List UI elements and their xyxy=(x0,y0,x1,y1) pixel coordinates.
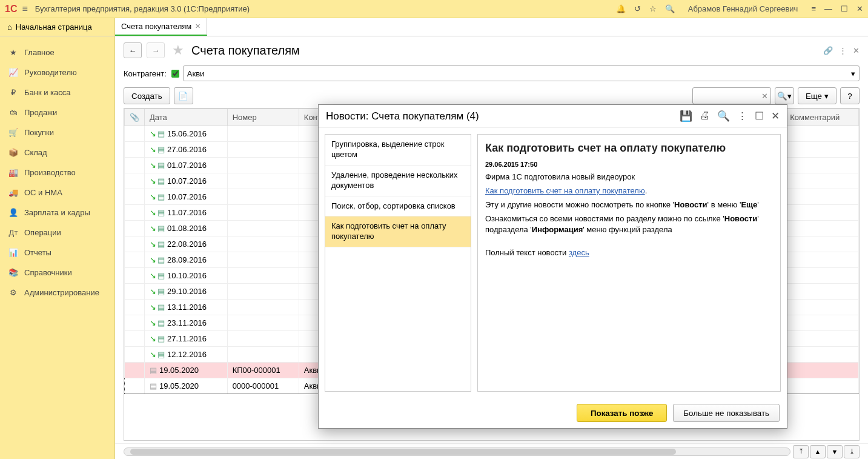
modal-maximize-icon[interactable]: ☐ xyxy=(755,110,764,122)
filter-combo[interactable]: Акви ▾ xyxy=(183,65,860,81)
sidebar-item[interactable]: 👤Зарплата и кадры xyxy=(0,203,114,223)
sidebar-label: Операции xyxy=(24,228,61,237)
sidebar-label: Справочники xyxy=(24,268,72,277)
history-icon[interactable]: ↺ xyxy=(634,4,641,13)
news-link2[interactable]: здесь xyxy=(569,248,589,257)
sidebar-item[interactable]: ⚙Администрирование xyxy=(0,283,114,303)
filter-row: Контрагент: Акви ▾ xyxy=(115,63,868,84)
news-heading: Как подготовить счет на оплату покупател… xyxy=(485,142,773,155)
tab-close-icon[interactable]: ✕ xyxy=(195,22,200,30)
maximize-icon[interactable]: ☐ xyxy=(841,4,848,13)
sidebar-icon: 📚 xyxy=(8,268,18,277)
star-icon[interactable]: ☆ xyxy=(649,4,657,13)
sidebar-icon: 🚚 xyxy=(8,188,18,197)
news-p2: Эту и другие новости можно посмотреть по… xyxy=(485,199,773,211)
sidebar-item[interactable]: 📈Руководителю xyxy=(0,62,114,82)
page-header: ← → ★ Счета покупателям 🔗 ⋮ ✕ xyxy=(115,36,868,63)
bell-icon[interactable]: 🔔 xyxy=(616,4,626,13)
col-comment[interactable]: Комментарий xyxy=(785,109,859,126)
sidebar-label: Продажи xyxy=(24,108,57,117)
search-input[interactable]: ✕ xyxy=(692,87,771,104)
sidebar-item[interactable]: 🚚ОС и НМА xyxy=(0,183,114,203)
col-date[interactable]: Дата xyxy=(145,109,228,126)
filter-checkbox[interactable] xyxy=(171,70,179,78)
sidebar-item[interactable]: 🛒Покупки xyxy=(0,122,114,142)
forward-button[interactable]: → xyxy=(147,42,165,58)
create-button[interactable]: Создать xyxy=(124,87,170,104)
main-area: ← → ★ Счета покупателям 🔗 ⋮ ✕ Контрагент… xyxy=(115,36,868,459)
news-p4: Полный текст новости здесь xyxy=(485,247,773,259)
sidebar-label: Покупки xyxy=(24,128,54,137)
copy-button[interactable]: 📄 xyxy=(174,87,193,104)
show-later-button[interactable]: Показать позже xyxy=(577,404,667,422)
nav-last-icon[interactable]: ⤓ xyxy=(844,445,860,458)
filter-label: Контрагент: xyxy=(124,69,167,78)
sidebar-icon: 🛍 xyxy=(8,108,18,117)
news-list-item[interactable]: Как подготовить счет на оплату покупател… xyxy=(325,216,471,247)
sidebar-icon: 🛒 xyxy=(8,128,18,137)
news-link1[interactable]: Как подготовить счет на оплату покупател… xyxy=(485,186,645,195)
news-list-item[interactable]: Поиск, отбор, сортировка списков xyxy=(325,196,471,217)
user-name[interactable]: Абрамов Геннадий Сергеевич xyxy=(688,4,798,13)
search-icon[interactable]: 🔍 xyxy=(665,4,675,13)
col-attach[interactable]: 📎 xyxy=(125,109,145,126)
modal-title: Новости: Счета покупателям (4) xyxy=(326,110,479,122)
modal-kebab-icon[interactable]: ⋮ xyxy=(737,110,747,122)
link-icon[interactable]: 🔗 xyxy=(823,46,833,55)
close-icon[interactable]: ✕ xyxy=(856,4,863,13)
nav-down-icon[interactable]: ▼ xyxy=(827,445,843,458)
sidebar: ★Главное📈Руководителю₽Банк и касса🛍Прода… xyxy=(0,36,115,459)
news-list-item[interactable]: Удаление, проведение нескольких документ… xyxy=(325,166,471,196)
preview-icon[interactable]: 🔍 xyxy=(717,110,730,122)
page-close-icon[interactable]: ✕ xyxy=(853,46,860,55)
print-icon[interactable]: 🖨 xyxy=(700,110,710,122)
sidebar-item[interactable]: 📚Справочники xyxy=(0,263,114,283)
nav-first-icon[interactable]: ⤒ xyxy=(793,445,809,458)
sidebar-icon: 🏭 xyxy=(8,168,18,177)
tab-active[interactable]: Счета покупателям ✕ xyxy=(115,18,207,36)
find-button[interactable]: 🔍▾ xyxy=(775,87,794,104)
filter-combo-value: Акви xyxy=(187,69,205,78)
clear-search-icon[interactable]: ✕ xyxy=(761,92,768,101)
sidebar-label: Отчеты xyxy=(24,248,51,257)
tab-label: Счета покупателям xyxy=(121,22,191,31)
sidebar-label: Склад xyxy=(24,148,47,157)
sidebar-item[interactable]: ₽Банк и касса xyxy=(0,82,114,102)
news-list-item[interactable]: Группировка, выделение строк цветом xyxy=(325,135,471,166)
favorite-star-icon[interactable]: ★ xyxy=(172,42,184,58)
sidebar-icon: 👤 xyxy=(8,208,18,217)
nav-up-icon[interactable]: ▲ xyxy=(810,445,826,458)
modal-news-list: Группировка, выделение строк цветомУдале… xyxy=(325,134,471,392)
back-button[interactable]: ← xyxy=(124,42,142,58)
sidebar-item[interactable]: ★Главное xyxy=(0,42,114,62)
sidebar-item[interactable]: ДтОперации xyxy=(0,223,114,243)
home-label: Начальная страница xyxy=(16,22,92,32)
bottom-bar: ⤒ ▲ ▼ ⤓ xyxy=(115,443,868,459)
tabs-row: ⌂ Начальная страница Счета покупателям ✕ xyxy=(0,18,868,36)
sidebar-label: Зарплата и кадры xyxy=(24,208,90,217)
more-button[interactable]: Еще ▾ xyxy=(798,87,837,104)
modal-close-icon[interactable]: ✕ xyxy=(771,110,780,122)
col-number[interactable]: Номер xyxy=(227,109,299,126)
sidebar-item[interactable]: 🏭Производство xyxy=(0,162,114,183)
sidebar-icon: ⚙ xyxy=(8,288,18,297)
tab-home[interactable]: ⌂ Начальная страница xyxy=(0,18,115,36)
dismiss-button[interactable]: Больше не показывать xyxy=(673,404,780,422)
sidebar-icon: ₽ xyxy=(8,88,18,97)
page-title: Счета покупателям xyxy=(191,44,300,58)
sidebar-label: Администрирование xyxy=(24,288,99,297)
sidebar-label: Производство xyxy=(24,168,76,177)
sidebar-item[interactable]: 📦Склад xyxy=(0,142,114,162)
minimize-icon[interactable]: — xyxy=(824,4,832,13)
sidebar-icon: 📦 xyxy=(8,148,18,157)
help-button[interactable]: ? xyxy=(840,87,860,104)
chevron-down-icon: ▾ xyxy=(851,69,855,78)
kebab-icon[interactable]: ⋮ xyxy=(839,46,847,55)
sidebar-item[interactable]: 📊Отчеты xyxy=(0,243,114,263)
sidebar-item[interactable]: 🛍Продажи xyxy=(0,102,114,122)
horizontal-scrollbar[interactable] xyxy=(124,447,790,456)
sidebar-label: Банк и касса xyxy=(24,88,71,97)
hamburger-icon[interactable]: ≡ xyxy=(22,4,27,15)
settings-icon[interactable]: ≡ xyxy=(811,4,816,13)
save-icon[interactable]: 💾 xyxy=(680,110,692,122)
